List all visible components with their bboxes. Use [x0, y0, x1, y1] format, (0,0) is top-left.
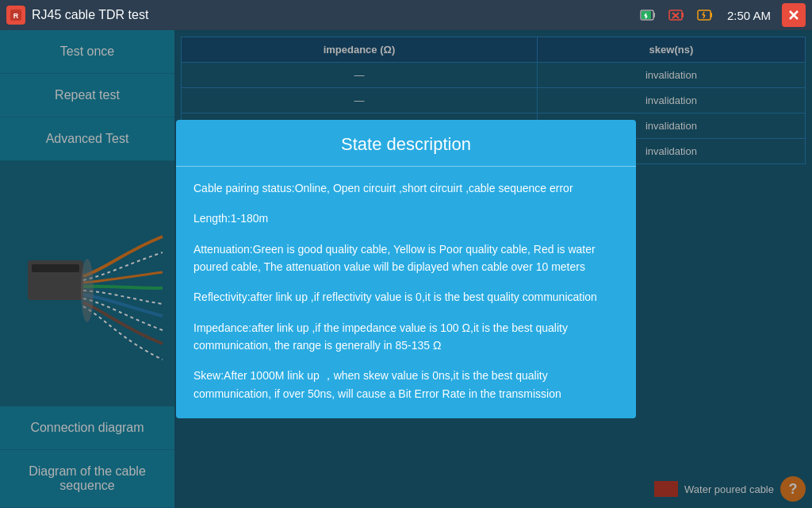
close-button[interactable]	[782, 3, 806, 27]
app-icon: R	[6, 6, 25, 25]
modal-paragraph: Length:1-180m	[193, 210, 619, 227]
modal-paragraph: Cable pairing status:Online, Open circui…	[193, 179, 619, 197]
state-description-modal: State description Cable pairing status:O…	[176, 120, 636, 419]
charging-icon[interactable]	[694, 4, 716, 26]
title-bar-right: 2:50 AM	[637, 3, 806, 27]
modal-paragraph: Skew:After 1000M link up ，when skew valu…	[193, 367, 619, 402]
window-title: RJ45 cable TDR test	[32, 8, 637, 22]
svg-rect-13	[710, 13, 712, 17]
modal-paragraph: Attenuation:Green is good quality cable,…	[193, 241, 619, 276]
cancel-icon[interactable]	[665, 4, 688, 26]
battery-save-icon[interactable]	[637, 4, 659, 26]
svg-rect-3	[653, 13, 655, 17]
modal-header: State description	[176, 120, 636, 167]
modal-overlay[interactable]: State description Cable pairing status:O…	[0, 30, 812, 508]
modal-paragraph: Impedance:after link up ,if the impedanc…	[193, 319, 619, 355]
svg-rect-9	[682, 13, 684, 17]
title-bar: R RJ45 cable TDR test	[0, 0, 812, 30]
modal-paragraph: Reflectivity:after link up ,if reflectiv…	[193, 288, 619, 306]
svg-text:R: R	[13, 12, 19, 20]
modal-body: Cable pairing status:Online, Open circui…	[176, 167, 636, 419]
modal-title: State description	[341, 134, 471, 154]
clock: 2:50 AM	[727, 9, 771, 22]
